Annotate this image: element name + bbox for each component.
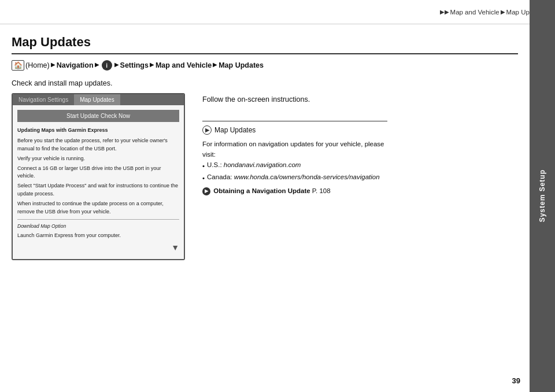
screen-instruction-5: When instructed to continue the update p… xyxy=(17,200,179,216)
home-icon: 🏠 xyxy=(12,60,24,71)
sidebar-label: System Setup xyxy=(538,169,546,222)
nav-arrow-1: ▶ xyxy=(51,60,56,69)
screen-option-text: Launch Garmin Express from your computer… xyxy=(17,232,179,240)
info-icon: i xyxy=(102,60,112,71)
follow-text: Follow the on-screen instructions. xyxy=(202,95,518,103)
title-rule xyxy=(12,53,518,54)
info-box: ▶ Map Updates For information on navigat… xyxy=(202,121,387,197)
nav-settings-label: Settings xyxy=(120,60,149,71)
bullet-canada-link: www.honda.ca/owners/honda-services/navig… xyxy=(234,173,380,180)
bullet-us-prefix: U.S.: xyxy=(207,161,224,168)
nav-map-updates-label: Map Updates xyxy=(219,60,264,71)
screen-tab-map-updates: Map Updates xyxy=(74,94,120,105)
screen-divider xyxy=(17,219,179,220)
screen-section-header: Updating Maps with Garmin Express xyxy=(17,127,179,135)
nav-path: 🏠 (Home) ▶ Navigation ▶ i ▶ Settings ▶ M… xyxy=(12,60,518,71)
nav-home-label: (Home) xyxy=(25,60,50,71)
screen-instruction-3: Connect a 16 GB or larger USB drive into… xyxy=(17,165,179,181)
nav-arrow-4: ▶ xyxy=(150,60,154,69)
info-box-header: ▶ Map Updates xyxy=(202,125,387,136)
main-content: Map Updates 🏠 (Home) ▶ Navigation ▶ i ▶ … xyxy=(0,24,530,392)
info-box-content: For information on navigation updates fo… xyxy=(202,139,387,197)
left-column: Navigation Settings Map Updates Start Up… xyxy=(12,93,191,260)
info-note-icon: ▶ xyxy=(202,125,212,135)
screen-instruction-1: Before you start the update process, ref… xyxy=(17,137,179,153)
breadcrumb-arrow2: ▶ xyxy=(501,9,505,15)
breadcrumb-map-vehicle: Map and Vehicle xyxy=(450,9,500,16)
nav-arrow-5: ▶ xyxy=(213,60,217,69)
nav-arrow-3: ▶ xyxy=(114,60,119,69)
right-column: Follow the on-screen instructions. ▶ Map… xyxy=(202,93,518,260)
bullet-canada-prefix: Canada: xyxy=(207,173,234,180)
nav-arrow-2: ▶ xyxy=(95,60,99,69)
description-text: Check and install map updates. xyxy=(12,79,518,87)
nav-navigation-label: Navigation xyxy=(57,60,94,71)
link-page: P. 108 xyxy=(312,187,331,194)
info-box-title: Map Updates xyxy=(214,125,256,136)
screen-instruction-2: Verify your vehicle is running. xyxy=(17,155,179,163)
info-body-intro: For information on navigation updates fo… xyxy=(202,139,387,160)
bullet-item-canada: • Canada: www.honda.ca/owners/honda-serv… xyxy=(202,172,387,184)
start-update-check-button[interactable]: Start Update Check Now xyxy=(17,110,179,122)
screen-instructions: Updating Maps with Garmin Express Before… xyxy=(17,127,179,254)
right-sidebar: System Setup xyxy=(530,0,555,392)
page-number: 39 xyxy=(512,376,520,385)
top-bar: ▶▶ Map and Vehicle ▶ Map Updates xyxy=(0,0,555,24)
bullet-dot-us: • xyxy=(202,161,205,172)
bullet-item-us: • U.S.: hondanavi.navigation.com xyxy=(202,160,387,172)
screen-instruction-4: Select "Start Update Process" and wait f… xyxy=(17,182,179,198)
scroll-down-icon: ▼ xyxy=(171,242,179,254)
breadcrumb-arrows: ▶▶ xyxy=(440,9,449,15)
bullet-us-link: hondanavi.navigation.com xyxy=(224,161,301,168)
bullet-canada-text: Canada: www.honda.ca/owners/honda-servic… xyxy=(207,172,380,183)
bullet-us-text: U.S.: hondanavi.navigation.com xyxy=(207,160,301,171)
bullet-dot-canada: • xyxy=(202,173,205,184)
obtaining-update-line: ▶ Obtaining a Navigation Update P. 108 xyxy=(202,186,387,197)
screen-body: Start Update Check Now Updating Maps wit… xyxy=(13,105,184,259)
screen-mockup: Navigation Settings Map Updates Start Up… xyxy=(12,93,185,260)
scroll-indicator: ▼ xyxy=(17,242,179,254)
link-label: Obtaining a Navigation Update xyxy=(213,187,310,194)
two-col-layout: Navigation Settings Map Updates Start Up… xyxy=(12,93,518,260)
screen-header: Navigation Settings Map Updates xyxy=(13,94,184,105)
screen-tab-nav-settings: Navigation Settings xyxy=(13,94,74,105)
link-icon: ▶ xyxy=(202,187,210,195)
nav-map-vehicle-label: Map and Vehicle xyxy=(156,60,212,71)
page-title: Map Updates xyxy=(12,35,518,50)
screen-option-header: Download Map Option xyxy=(17,223,179,230)
